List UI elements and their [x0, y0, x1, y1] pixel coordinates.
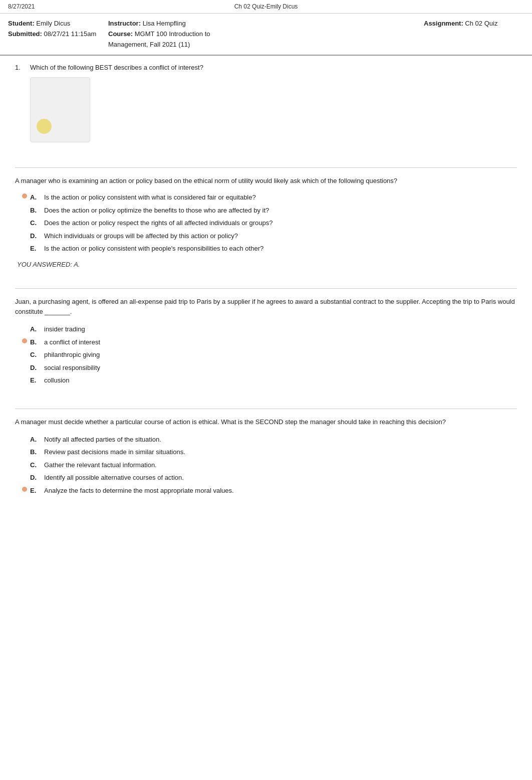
q3-b-indicator — [22, 338, 27, 343]
list-item: A. Notify all affected parties of the si… — [30, 435, 517, 445]
q2-option-e-text: Is the action or policy consistent with … — [44, 244, 263, 254]
list-item: D. Which individuals or groups will be a… — [30, 231, 517, 241]
q1-text: Which of the following BEST describes a … — [30, 64, 203, 71]
instructor-info: Instructor: Lisa Hempfling — [108, 19, 414, 29]
instructor-block: Instructor: Lisa Hempfling Course: MGMT … — [108, 19, 414, 50]
question-1-number: 1. Which of the following BEST describes… — [15, 64, 517, 71]
q4-options: A. Notify all affected parties of the si… — [30, 435, 517, 496]
q4-option-e-text: Analyze the facts to determine the most … — [44, 486, 234, 496]
question-1-section: 1. Which of the following BEST describes… — [15, 64, 517, 155]
question-2-section: A manager who is examining an action or … — [15, 167, 517, 276]
q3-option-c-letter: C. — [30, 350, 44, 360]
list-item: A. Is the action or policy consistent wi… — [30, 192, 517, 203]
q3-option-a-text: insider trading — [44, 324, 85, 334]
q2-a-indicator — [22, 193, 27, 199]
list-item: B. a conflict of interest — [30, 337, 517, 347]
q4-option-a-letter: A. — [30, 435, 44, 445]
page-header: 8/27/2021 Ch 02 Quiz-Emily Dicus — [0, 0, 532, 14]
list-item: A. insider trading — [30, 324, 517, 334]
q4-option-d-letter: D. — [30, 473, 44, 483]
submitted-date: 08/27/21 11:15am — [44, 30, 97, 38]
instructor-label: Instructor: — [108, 20, 141, 27]
q4-e-indicator — [22, 487, 27, 492]
list-item: C. Gather the relevant factual informati… — [30, 460, 517, 470]
assignment-info: Assignment: Ch 02 Quiz — [424, 19, 524, 29]
q1-num: 1. — [15, 64, 25, 71]
q2-option-d-text: Which individuals or groups will be affe… — [44, 231, 238, 241]
q4-option-b-letter: B. — [30, 447, 44, 457]
q2-option-b-text: Does the action or policy optimize the b… — [44, 206, 269, 216]
list-item: E. collusion — [30, 375, 517, 385]
course-info: Course: MGMT 100 Introduction to — [108, 29, 414, 40]
question-3-section: Juan, a purchasing agent, is offered an … — [15, 288, 517, 397]
q4-option-c-text: Gather the relevant factual information. — [44, 460, 157, 470]
q2-option-e-letter: E. — [30, 244, 44, 254]
question-4-section: A manager must decide whether a particul… — [15, 409, 517, 506]
instructor-name: Lisa Hempfling — [143, 20, 186, 27]
page-title: Ch 02 Quiz-Emily Dicus — [234, 3, 298, 10]
q1-image-placeholder — [30, 77, 90, 142]
q4-option-d-text: Identify all possible alternative course… — [44, 473, 184, 483]
list-item: E. Analyze the facts to determine the mo… — [30, 486, 517, 496]
q3-option-e-text: collusion — [44, 375, 70, 385]
content-area: 1. Which of the following BEST describes… — [0, 56, 532, 526]
course-info-cont: Management, Fall 2021 (11) — [108, 40, 414, 50]
assignment-block: Assignment: Ch 02 Quiz — [424, 19, 524, 29]
student-info: Student: Emily Dicus — [8, 19, 98, 29]
q3-option-b-text: a conflict of interest — [44, 337, 100, 347]
q2-prompt: A manager who is examining an action or … — [15, 176, 517, 186]
q3-option-d-text: social responsibility — [44, 363, 100, 373]
q2-option-a-text: Is the action or policy consistent with … — [44, 192, 256, 203]
list-item: D. social responsibility — [30, 363, 517, 373]
q2-option-a-letter: A. — [30, 192, 44, 203]
assignment-name: Ch 02 Quiz — [465, 20, 497, 27]
list-item: B. Does the action or policy optimize th… — [30, 206, 517, 216]
q4-prompt: A manager must decide whether a particul… — [15, 417, 517, 428]
q4-option-b-text: Review past decisions made in similar si… — [44, 447, 185, 457]
q4-option-a-text: Notify all affected parties of the situa… — [44, 435, 161, 445]
q2-option-d-letter: D. — [30, 231, 44, 241]
q3-option-e-letter: E. — [30, 375, 44, 385]
course-name: MGMT 100 Introduction to — [135, 30, 210, 38]
course-name-cont: Management, Fall 2021 (11) — [108, 41, 190, 48]
list-item: B. Review past decisions made in similar… — [30, 447, 517, 457]
student-name: Emily Dicus — [36, 20, 70, 27]
q4-option-e-letter: E. — [30, 486, 44, 496]
q3-option-b-letter: B. — [30, 337, 44, 347]
q2-options: A. Is the action or policy consistent wi… — [30, 192, 517, 254]
list-item: C. Does the action or policy respect the… — [30, 218, 517, 228]
student-label: Student: — [8, 20, 35, 27]
q2-you-answered: YOU ANSWERED: A. — [17, 261, 517, 268]
q3-option-a-letter: A. — [30, 324, 44, 334]
q2-option-c-text: Does the action or policy respect the ri… — [44, 218, 273, 228]
q4-option-c-letter: C. — [30, 460, 44, 470]
q3-prompt: Juan, a purchasing agent, is offered an … — [15, 297, 517, 318]
info-bar: Student: Emily Dicus Submitted: 08/27/21… — [0, 14, 532, 56]
q3-option-c-text: philanthropic giving — [44, 350, 100, 360]
submitted-label: Submitted: — [8, 30, 42, 38]
q3-options: A. insider trading B. a conflict of inte… — [30, 324, 517, 385]
student-block: Student: Emily Dicus Submitted: 08/27/21… — [8, 19, 98, 40]
q3-option-d-letter: D. — [30, 363, 44, 373]
submitted-info: Submitted: 08/27/21 11:15am — [8, 29, 98, 40]
q2-option-b-letter: B. — [30, 206, 44, 216]
q2-option-c-letter: C. — [30, 218, 44, 228]
list-item: C. philanthropic giving — [30, 350, 517, 360]
list-item: D. Identify all possible alternative cou… — [30, 473, 517, 483]
list-item: E. Is the action or policy consistent wi… — [30, 244, 517, 254]
page-date: 8/27/2021 — [8, 3, 35, 10]
assignment-label: Assignment: — [424, 20, 463, 27]
course-label: Course: — [108, 30, 133, 38]
